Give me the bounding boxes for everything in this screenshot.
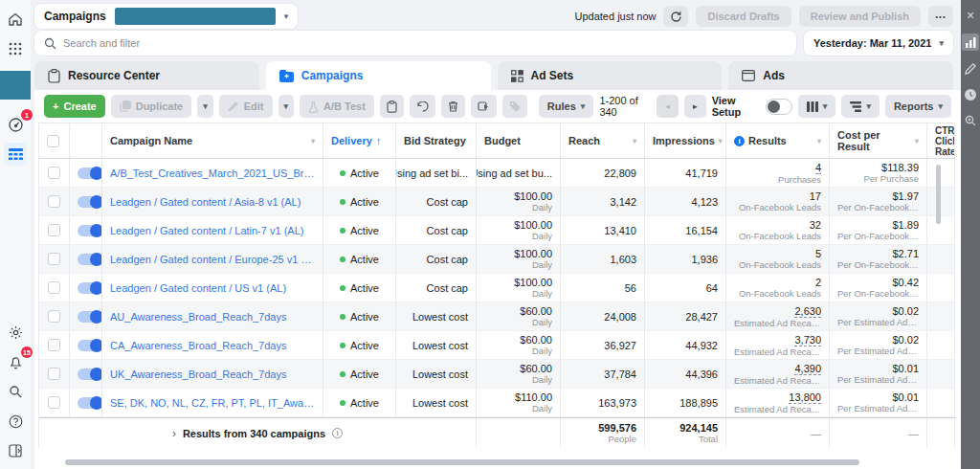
notifications-bell-icon[interactable]: 15 <box>4 350 27 373</box>
delete-button[interactable] <box>441 95 465 118</box>
history-clock-icon[interactable] <box>963 87 978 102</box>
results-value[interactable]: 3,730 <box>794 334 821 346</box>
close-icon[interactable]: ✕ <box>963 8 978 23</box>
results-value[interactable]: 2,630 <box>794 305 821 318</box>
duplicate-caret-button[interactable]: ▾ <box>197 95 213 118</box>
campaign-active-toggle[interactable] <box>78 196 102 208</box>
expand-results-chevron[interactable]: › <box>172 427 176 440</box>
row-checkbox[interactable] <box>48 224 60 236</box>
results-value[interactable]: 32 <box>810 219 821 231</box>
campaign-active-toggle[interactable] <box>78 254 102 265</box>
edit-button[interactable]: Edit <box>219 95 273 118</box>
select-all-checkbox[interactable] <box>47 135 59 147</box>
chevron-down-icon[interactable]: ▾ <box>284 12 289 21</box>
reports-button[interactable]: Reports ▾ <box>885 95 951 118</box>
help-icon[interactable] <box>4 410 27 433</box>
review-publish-button[interactable]: Review and Publish <box>799 6 921 27</box>
date-range-selector[interactable]: Yesterday: Mar 11, 2021 ▾ <box>804 31 953 56</box>
columns-button[interactable]: ▾ <box>798 95 836 118</box>
apps-grid-icon[interactable] <box>4 37 27 60</box>
home-icon[interactable] <box>4 8 27 31</box>
campaign-active-toggle[interactable] <box>78 340 102 351</box>
results-info-icon[interactable]: i <box>734 136 745 146</box>
sort-caret-icon[interactable]: ▾ <box>817 137 821 145</box>
account-overview-gauge-icon[interactable]: 1 <box>4 113 27 136</box>
sort-caret-icon[interactable]: ▾ <box>633 137 636 145</box>
undo-button[interactable] <box>410 95 435 118</box>
campaign-name-link[interactable]: Leadgen / Gated content / US v1 (AL) <box>110 282 315 294</box>
row-checkbox[interactable] <box>48 396 60 409</box>
header-bid-strategy[interactable]: Bid Strategy <box>396 123 477 158</box>
row-checkbox[interactable] <box>48 195 60 208</box>
breakdown-button[interactable]: ▾ <box>841 95 880 118</box>
settings-gear-icon[interactable] <box>4 321 27 344</box>
campaign-scope-selector[interactable]: Campaigns ▾ <box>34 4 298 29</box>
tag-button[interactable] <box>502 95 527 118</box>
tab-ad-sets[interactable]: Ad Sets <box>498 61 723 90</box>
refresh-button[interactable] <box>663 6 688 27</box>
collapse-panel-icon[interactable] <box>4 439 27 462</box>
campaign-name-link[interactable]: CA_Awareness_Broad_Reach_7days <box>110 340 315 351</box>
campaign-name-link[interactable]: A/B_Test_Creatives_March_2021_US_Broad_.… <box>110 168 315 179</box>
row-checkbox[interactable] <box>48 310 60 323</box>
row-checkbox[interactable] <box>48 339 60 351</box>
row-checkbox[interactable] <box>48 167 60 179</box>
results-value[interactable]: 4,390 <box>794 363 821 375</box>
tab-ads[interactable]: Ads <box>728 61 953 90</box>
sort-caret-icon[interactable]: ▾ <box>719 137 723 145</box>
campaign-active-toggle[interactable] <box>78 282 102 294</box>
account-logo-redacted[interactable] <box>0 71 31 100</box>
sort-caret-icon[interactable]: ▾ <box>311 137 315 145</box>
ab-test-button[interactable]: A/B Test <box>300 95 374 118</box>
results-value[interactable]: 4 <box>815 162 821 174</box>
tab-campaigns[interactable]: Campaigns <box>266 61 491 90</box>
results-value[interactable]: 5 <box>815 248 821 259</box>
campaign-active-toggle[interactable] <box>78 368 102 380</box>
more-options-button[interactable]: ••• <box>928 6 953 27</box>
zoom-search-icon[interactable] <box>963 113 978 128</box>
campaigns-table-icon[interactable] <box>4 143 27 166</box>
search-rail-icon[interactable] <box>4 380 27 403</box>
header-results[interactable]: i Results ▾ <box>726 123 830 158</box>
rules-button[interactable]: Rules ▾ <box>539 95 594 118</box>
header-campaign-name[interactable]: Campaign Name ▾ <box>102 123 323 158</box>
edit-caret-button[interactable]: ▾ <box>278 95 295 118</box>
row-checkbox[interactable] <box>48 368 60 380</box>
campaign-name-link[interactable]: AU_Awareness_Broad_Reach_7days <box>110 311 315 323</box>
campaign-active-toggle[interactable] <box>78 397 102 409</box>
row-checkbox[interactable] <box>48 281 60 294</box>
results-value[interactable]: 2 <box>815 277 821 288</box>
discard-drafts-button[interactable]: Discard Drafts <box>696 6 791 27</box>
search-input[interactable] <box>63 37 787 49</box>
pin-note-button[interactable] <box>380 95 404 118</box>
sort-caret-icon[interactable]: ▾ <box>915 137 919 145</box>
prev-page-button[interactable]: ◂ <box>657 95 679 118</box>
campaign-name-link[interactable]: Leadgen / Gated content / Asia-8 v1 (AL) <box>110 196 315 208</box>
header-budget[interactable]: Budget <box>477 123 561 158</box>
results-value[interactable]: 13,800 <box>789 391 821 404</box>
create-button[interactable]: + Create <box>44 95 105 118</box>
horizontal-scrollbar[interactable] <box>65 459 859 465</box>
edit-pencil-icon[interactable] <box>963 61 978 77</box>
performance-chart-icon[interactable] <box>962 34 979 51</box>
header-reach[interactable]: Reach ▾ <box>561 123 645 158</box>
campaign-active-toggle[interactable] <box>78 225 102 236</box>
tab-resource-center[interactable]: Resource Center <box>34 61 259 90</box>
campaign-name-link[interactable]: Leadgen / Gated content / Latin-7 v1 (AL… <box>110 225 315 236</box>
campaign-name-link[interactable]: SE, DK, NO, NL, CZ, FR, PT, PL, IT_Aware… <box>110 397 315 409</box>
header-delivery[interactable]: Delivery ↑ <box>323 123 396 158</box>
campaign-name-link[interactable]: Leadgen / Gated content / Europe-25 v1 (… <box>110 254 315 265</box>
header-ctr[interactable]: CTR Click Rate <box>927 123 955 158</box>
campaign-active-toggle[interactable] <box>78 311 102 323</box>
next-page-button[interactable]: ▸ <box>684 95 706 118</box>
export-button[interactable] <box>471 95 497 118</box>
vertical-scrollbar[interactable] <box>936 165 941 224</box>
results-value[interactable]: 17 <box>810 190 821 202</box>
row-checkbox[interactable] <box>48 253 60 265</box>
duplicate-button[interactable]: Duplicate <box>111 95 192 118</box>
campaign-active-toggle[interactable] <box>78 168 102 179</box>
header-cost-per-result[interactable]: Cost per Result ▾ <box>830 123 927 158</box>
header-impressions[interactable]: Impressions ▾ <box>645 123 726 158</box>
campaign-name-link[interactable]: UK_Awareness_Broad_Reach_7days <box>110 368 315 380</box>
view-setup-toggle[interactable] <box>766 99 792 115</box>
